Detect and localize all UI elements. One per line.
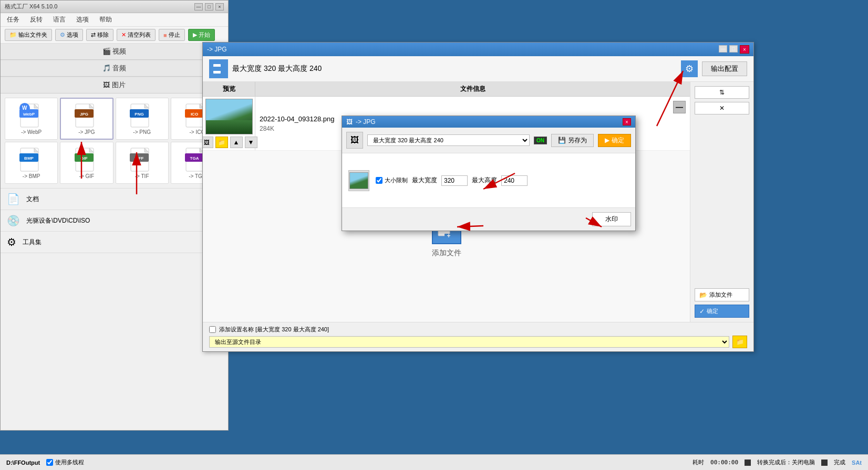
save-icon: 💾 <box>558 137 566 144</box>
format-webp[interactable]: WebP W -> WebP <box>5 98 58 140</box>
jpg-footer: 添加设置名称 [最大宽度 320 最大高度 240] 输出至源文件目录 📁 <box>203 322 753 351</box>
max-width-input[interactable] <box>441 175 468 186</box>
menu-reverse[interactable]: 反转 <box>28 14 45 25</box>
folder-open-icon: 📁 <box>736 338 744 346</box>
disc-icon: 💿 <box>7 214 20 227</box>
start-btn[interactable]: ▶ 开始 <box>188 29 215 41</box>
ok-icon: ▶ <box>605 137 609 144</box>
clear-list-btn[interactable]: ✕ 清空列表 <box>117 29 156 41</box>
main-window: 格式工厂 X64 5.10.0 — □ × 任务 反转 语言 选项 帮助 📁 输… <box>0 0 229 431</box>
jpg-title-bar: -> JPG — □ × <box>203 43 753 56</box>
stop-icon: ■ <box>163 32 167 38</box>
video-section-header[interactable]: 🎬 视频 <box>1 44 228 60</box>
format-grid: WebP W -> WebP J <box>1 93 228 188</box>
gear-icon: ⚙ <box>685 63 694 75</box>
time-value: 00:00:00 <box>710 459 738 466</box>
doc-section[interactable]: 📄 文档 <box>1 189 228 210</box>
close-btn[interactable]: × <box>215 3 224 11</box>
output-folder-btn[interactable]: 📁 <box>732 336 747 348</box>
audio-section-header[interactable]: 🎵 音频 <box>1 60 228 77</box>
svg-text:JPG: JPG <box>80 112 88 117</box>
folder-icon: 📁 <box>9 32 17 38</box>
title-bar-controls: — □ × <box>194 3 224 11</box>
jpg-minimize-btn[interactable]: — <box>719 45 727 53</box>
dialog-close-btn[interactable]: × <box>623 118 631 126</box>
watermark-btn[interactable]: 水印 <box>592 212 631 226</box>
size-limit-label: 大小限制 <box>376 176 408 184</box>
svg-text:PNG: PNG <box>135 112 143 117</box>
max-height-label: 最大高度 <box>472 176 497 185</box>
preset-select[interactable]: 最大宽度 320 最大高度 240 <box>367 134 530 146</box>
image-section-header[interactable]: 🖼 图片 <box>1 77 228 93</box>
svg-text:ICO: ICO <box>191 112 198 117</box>
tools-section[interactable]: ⚙ 工具集 <box>1 232 228 253</box>
file-remove-btn[interactable]: — <box>673 101 686 113</box>
app-title-bar: 格式工厂 X64 5.10.0 — □ × <box>1 1 228 13</box>
dialog-content: 大小限制 最大宽度 最大高度 <box>342 153 635 207</box>
config-icon-btn[interactable]: ⚙ <box>681 60 698 77</box>
complete-label: 完成 <box>834 458 845 466</box>
add-files-sidebar-btn[interactable]: 📂 添加文件 <box>695 288 749 301</box>
on-badge: ON <box>534 137 547 144</box>
stop-btn[interactable]: ■ 停止 <box>159 29 185 41</box>
clear-icon: ✕ <box>121 32 126 38</box>
multithread-label: 使用多线程 <box>46 458 84 466</box>
format-jpg[interactable]: JPG -> JPG <box>60 98 113 140</box>
tools-icon: ⚙ <box>7 236 16 248</box>
menu-language[interactable]: 语言 <box>51 14 68 25</box>
add-folder-icon: 📂 <box>699 291 707 299</box>
sort-btn[interactable]: ⇅ <box>695 86 749 99</box>
svg-text:TIFF: TIFF <box>135 156 144 161</box>
thumb-nav-prev[interactable]: 🖼 <box>203 137 213 148</box>
file-thumbnail-cell: 🖼 📁 ▲ ▼ <box>203 97 255 150</box>
output-path-status: D:\FFOutput <box>6 459 40 466</box>
svg-text:BMP: BMP <box>24 156 34 161</box>
video-section: 🎬 视频 <box>1 44 228 60</box>
svg-text:+: + <box>447 232 450 239</box>
dialog-icon: 🖼 <box>346 118 353 126</box>
confirm-btn[interactable]: ✓ 确定 <box>695 305 749 318</box>
sort-icon: ⇅ <box>719 89 725 96</box>
add-name-checkbox[interactable] <box>209 326 216 333</box>
output-config-btn[interactable]: 输出配置 <box>702 61 747 76</box>
checkbox-row: 添加设置名称 [最大宽度 320 最大高度 240] <box>209 326 747 333</box>
menu-options[interactable]: 选项 <box>74 14 91 25</box>
maximize-btn[interactable]: □ <box>205 3 213 11</box>
output-folder-btn[interactable]: 📁 输出文件夹 <box>5 29 52 41</box>
app-title: 格式工厂 X64 5.10.0 <box>5 3 57 11</box>
options-btn[interactable]: ⚙ 选项 <box>55 29 83 41</box>
save-as-btn[interactable]: 💾 另存为 <box>551 134 594 147</box>
output-path-select[interactable]: 输出至源文件目录 <box>209 336 729 348</box>
sidebar: 🎬 视频 🎵 音频 🖼 图片 <box>1 44 228 430</box>
minimize-btn[interactable]: — <box>194 3 203 11</box>
file-info-header: 文件信息 <box>255 82 690 96</box>
nav-up-btn[interactable]: ▲ <box>230 137 243 148</box>
disc-section[interactable]: 💿 光驱设备\DVD\CD\ISO <box>1 210 228 232</box>
dialog-ok-btn[interactable]: ▶ 确定 <box>598 134 631 147</box>
move-btn[interactable]: ⇄ 移除 <box>86 29 113 41</box>
delete-btn[interactable]: ✕ <box>695 102 749 114</box>
image-section: 🖼 图片 WebP W <box>1 77 228 189</box>
thumb-nav-folder[interactable]: 📁 <box>215 137 228 148</box>
size-limit-checkbox[interactable] <box>376 177 383 184</box>
jpg-header-icon <box>209 59 228 78</box>
max-height-input[interactable] <box>501 175 528 186</box>
dialog-format-icon: 🖼 <box>346 132 363 149</box>
add-file-label: 添加文件 <box>432 248 461 258</box>
jpg-close-btn[interactable]: × <box>740 45 749 54</box>
check-icon: ✓ <box>699 308 705 315</box>
format-tif[interactable]: TIFF -> TIF <box>116 142 169 184</box>
menu-help[interactable]: 帮助 <box>97 14 114 25</box>
complete-indicator <box>821 459 828 466</box>
format-bmp[interactable]: BMP -> BMP <box>5 142 58 184</box>
menu-task[interactable]: 任务 <box>5 14 22 25</box>
jpg-header-info: 最大宽度 320 最大高度 240 <box>232 64 322 74</box>
jpg-maximize-btn[interactable]: □ <box>729 45 738 53</box>
format-gif[interactable]: GIF -> GIF <box>60 142 113 184</box>
format-png[interactable]: PNG -> PNG <box>116 98 169 140</box>
audio-icon: 🎵 <box>102 64 113 72</box>
time-label: 耗时 <box>693 458 704 466</box>
file-thumbnail <box>205 99 253 134</box>
file-list-header: 预览 文件信息 <box>203 82 690 97</box>
multithread-checkbox[interactable] <box>46 459 53 466</box>
